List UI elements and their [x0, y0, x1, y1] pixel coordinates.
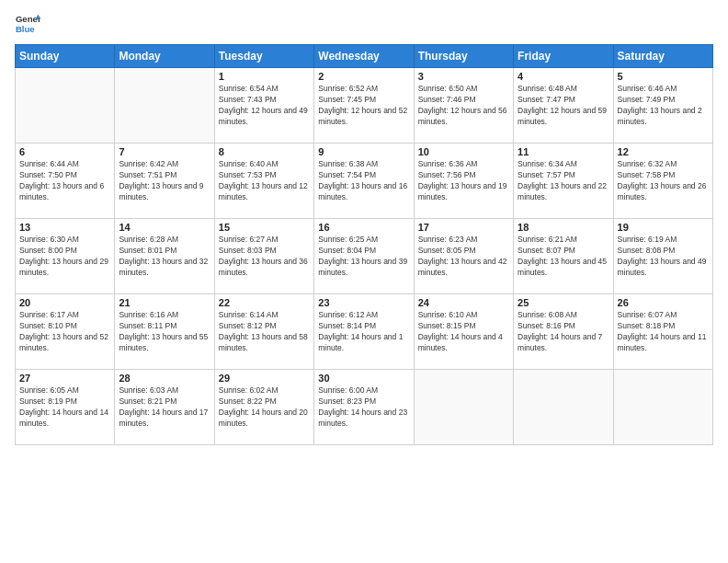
calendar-cell: 30Sunrise: 6:00 AM Sunset: 8:23 PM Dayli… — [314, 370, 414, 445]
day-number: 30 — [318, 373, 409, 384]
calendar-cell: 4Sunrise: 6:48 AM Sunset: 7:47 PM Daylig… — [514, 68, 613, 144]
day-number: 13 — [19, 222, 110, 233]
day-number: 11 — [518, 146, 609, 157]
logo: General Blue — [15, 11, 40, 37]
day-info: Sunrise: 6:54 AM Sunset: 7:43 PM Dayligh… — [219, 84, 310, 128]
weekday-header: Wednesday — [314, 45, 414, 68]
calendar-header-row: SundayMondayTuesdayWednesdayThursdayFrid… — [16, 45, 713, 68]
day-info: Sunrise: 6:14 AM Sunset: 8:12 PM Dayligh… — [219, 310, 310, 354]
day-number: 19 — [618, 222, 709, 233]
day-number: 16 — [318, 222, 409, 233]
calendar-week-row: 27Sunrise: 6:05 AM Sunset: 8:19 PM Dayli… — [16, 370, 713, 445]
day-number: 10 — [418, 146, 509, 157]
day-info: Sunrise: 6:30 AM Sunset: 8:00 PM Dayligh… — [19, 235, 110, 279]
day-info: Sunrise: 6:46 AM Sunset: 7:49 PM Dayligh… — [618, 84, 709, 128]
calendar-cell: 16Sunrise: 6:25 AM Sunset: 8:04 PM Dayli… — [314, 219, 414, 294]
calendar-cell: 26Sunrise: 6:07 AM Sunset: 8:18 PM Dayli… — [613, 294, 712, 370]
day-info: Sunrise: 6:03 AM Sunset: 8:21 PM Dayligh… — [119, 385, 210, 430]
day-info: Sunrise: 6:50 AM Sunset: 7:46 PM Dayligh… — [418, 84, 509, 128]
day-info: Sunrise: 6:36 AM Sunset: 7:56 PM Dayligh… — [418, 159, 509, 203]
weekday-header: Friday — [514, 45, 613, 68]
day-number: 8 — [219, 146, 310, 157]
day-number: 27 — [19, 373, 110, 384]
weekday-header: Tuesday — [214, 45, 313, 68]
calendar-cell — [16, 68, 115, 144]
calendar-cell: 25Sunrise: 6:08 AM Sunset: 8:16 PM Dayli… — [514, 294, 613, 370]
day-number: 22 — [219, 297, 310, 308]
day-info: Sunrise: 6:12 AM Sunset: 8:14 PM Dayligh… — [318, 310, 409, 354]
header: General Blue — [15, 11, 713, 37]
calendar-cell: 11Sunrise: 6:34 AM Sunset: 7:57 PM Dayli… — [514, 144, 613, 219]
day-number: 18 — [518, 222, 609, 233]
calendar-cell: 9Sunrise: 6:38 AM Sunset: 7:54 PM Daylig… — [314, 144, 414, 219]
calendar-cell: 5Sunrise: 6:46 AM Sunset: 7:49 PM Daylig… — [613, 68, 712, 144]
calendar-cell: 22Sunrise: 6:14 AM Sunset: 8:12 PM Dayli… — [214, 294, 313, 370]
calendar-cell — [514, 370, 613, 445]
day-info: Sunrise: 6:16 AM Sunset: 8:11 PM Dayligh… — [119, 310, 210, 354]
calendar-week-row: 20Sunrise: 6:17 AM Sunset: 8:10 PM Dayli… — [16, 294, 713, 370]
calendar-cell: 2Sunrise: 6:52 AM Sunset: 7:45 PM Daylig… — [314, 68, 414, 144]
day-number: 23 — [318, 297, 409, 308]
calendar-cell: 17Sunrise: 6:23 AM Sunset: 8:05 PM Dayli… — [414, 219, 513, 294]
calendar-cell: 19Sunrise: 6:19 AM Sunset: 8:08 PM Dayli… — [613, 219, 712, 294]
day-number: 6 — [19, 146, 110, 157]
day-number: 29 — [219, 373, 310, 384]
day-info: Sunrise: 6:07 AM Sunset: 8:18 PM Dayligh… — [618, 310, 709, 354]
calendar-table: SundayMondayTuesdayWednesdayThursdayFrid… — [15, 44, 713, 445]
day-info: Sunrise: 6:34 AM Sunset: 7:57 PM Dayligh… — [518, 159, 609, 203]
day-number: 14 — [119, 222, 210, 233]
day-number: 5 — [618, 71, 709, 82]
day-info: Sunrise: 6:40 AM Sunset: 7:53 PM Dayligh… — [219, 159, 310, 203]
logo-icon: General Blue — [15, 11, 40, 37]
calendar-cell: 3Sunrise: 6:50 AM Sunset: 7:46 PM Daylig… — [414, 68, 513, 144]
weekday-header: Thursday — [414, 45, 513, 68]
calendar-cell: 8Sunrise: 6:40 AM Sunset: 7:53 PM Daylig… — [214, 144, 313, 219]
weekday-header: Monday — [115, 45, 214, 68]
day-info: Sunrise: 6:21 AM Sunset: 8:07 PM Dayligh… — [518, 235, 609, 279]
calendar-cell: 23Sunrise: 6:12 AM Sunset: 8:14 PM Dayli… — [314, 294, 414, 370]
calendar-cell: 29Sunrise: 6:02 AM Sunset: 8:22 PM Dayli… — [214, 370, 313, 445]
day-info: Sunrise: 6:19 AM Sunset: 8:08 PM Dayligh… — [618, 235, 709, 279]
day-number: 21 — [119, 297, 210, 308]
day-info: Sunrise: 6:23 AM Sunset: 8:05 PM Dayligh… — [418, 235, 509, 279]
calendar-cell — [414, 370, 513, 445]
calendar-week-row: 1Sunrise: 6:54 AM Sunset: 7:43 PM Daylig… — [16, 68, 713, 144]
day-info: Sunrise: 6:32 AM Sunset: 7:58 PM Dayligh… — [618, 159, 709, 203]
calendar-cell: 28Sunrise: 6:03 AM Sunset: 8:21 PM Dayli… — [115, 370, 214, 445]
calendar-week-row: 6Sunrise: 6:44 AM Sunset: 7:50 PM Daylig… — [16, 144, 713, 219]
page: General Blue SundayMondayTuesdayWednesda… — [0, 0, 728, 563]
day-info: Sunrise: 6:27 AM Sunset: 8:03 PM Dayligh… — [219, 235, 310, 279]
day-number: 25 — [518, 297, 609, 308]
day-number: 20 — [19, 297, 110, 308]
calendar-cell: 7Sunrise: 6:42 AM Sunset: 7:51 PM Daylig… — [115, 144, 214, 219]
day-info: Sunrise: 6:25 AM Sunset: 8:04 PM Dayligh… — [318, 235, 409, 279]
calendar-cell: 10Sunrise: 6:36 AM Sunset: 7:56 PM Dayli… — [414, 144, 513, 219]
calendar-cell: 12Sunrise: 6:32 AM Sunset: 7:58 PM Dayli… — [613, 144, 712, 219]
calendar-cell: 14Sunrise: 6:28 AM Sunset: 8:01 PM Dayli… — [115, 219, 214, 294]
day-number: 9 — [318, 146, 409, 157]
day-number: 17 — [418, 222, 509, 233]
calendar-cell: 6Sunrise: 6:44 AM Sunset: 7:50 PM Daylig… — [16, 144, 115, 219]
day-info: Sunrise: 6:08 AM Sunset: 8:16 PM Dayligh… — [518, 310, 609, 354]
day-number: 15 — [219, 222, 310, 233]
day-info: Sunrise: 6:48 AM Sunset: 7:47 PM Dayligh… — [518, 84, 609, 128]
svg-text:Blue: Blue — [16, 24, 35, 34]
calendar-cell — [115, 68, 214, 144]
calendar-cell — [613, 370, 712, 445]
calendar-cell: 18Sunrise: 6:21 AM Sunset: 8:07 PM Dayli… — [514, 219, 613, 294]
calendar-cell: 15Sunrise: 6:27 AM Sunset: 8:03 PM Dayli… — [214, 219, 313, 294]
day-info: Sunrise: 6:05 AM Sunset: 8:19 PM Dayligh… — [19, 385, 110, 430]
calendar-cell: 20Sunrise: 6:17 AM Sunset: 8:10 PM Dayli… — [16, 294, 115, 370]
day-number: 12 — [618, 146, 709, 157]
day-number: 3 — [418, 71, 509, 82]
calendar-cell: 1Sunrise: 6:54 AM Sunset: 7:43 PM Daylig… — [214, 68, 313, 144]
day-info: Sunrise: 6:44 AM Sunset: 7:50 PM Dayligh… — [19, 159, 110, 203]
weekday-header: Sunday — [16, 45, 115, 68]
day-number: 1 — [219, 71, 310, 82]
day-number: 2 — [318, 71, 409, 82]
day-info: Sunrise: 6:52 AM Sunset: 7:45 PM Dayligh… — [318, 84, 409, 128]
calendar-cell: 21Sunrise: 6:16 AM Sunset: 8:11 PM Dayli… — [115, 294, 214, 370]
day-info: Sunrise: 6:38 AM Sunset: 7:54 PM Dayligh… — [318, 159, 409, 203]
day-number: 24 — [418, 297, 509, 308]
day-info: Sunrise: 6:42 AM Sunset: 7:51 PM Dayligh… — [119, 159, 210, 203]
